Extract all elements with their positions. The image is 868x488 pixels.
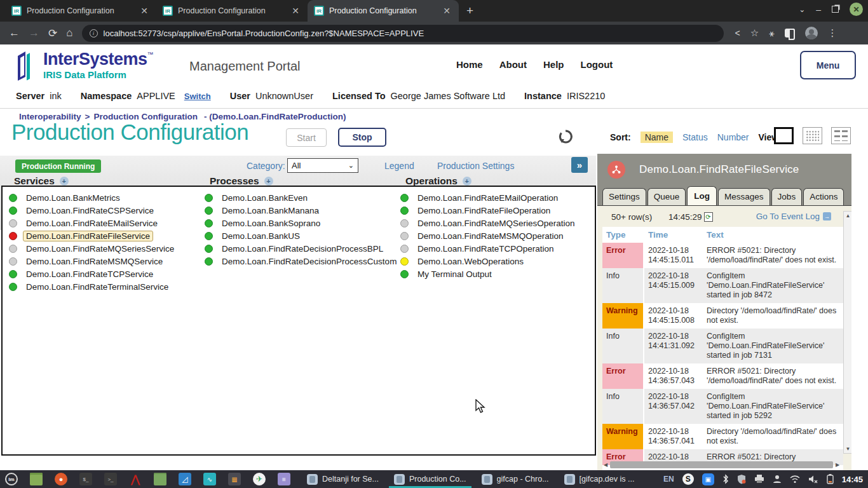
service-item[interactable]: Demo.Loan.FindRateTCPService <box>9 268 200 280</box>
detail-tab[interactable]: Log <box>687 186 717 205</box>
service-item[interactable]: Demo.Loan.BankMetrics <box>9 191 200 204</box>
browser-menu-icon[interactable]: ⋮ <box>828 27 837 39</box>
add-operation-button[interactable]: + <box>463 177 471 186</box>
tab-close-icon[interactable]: ✕ <box>290 6 301 16</box>
restore-button[interactable] <box>832 6 839 13</box>
process-item[interactable]: Demo.Loan.FindRateDecisionProcessCustom <box>205 255 395 268</box>
side-panel-icon[interactable] <box>785 29 795 37</box>
close-window-button[interactable]: ✕ <box>850 3 863 16</box>
start-button[interactable]: Start <box>286 128 327 147</box>
production-settings-link[interactable]: Production Settings <box>437 161 514 171</box>
operation-item[interactable]: Demo.Loan.FindRateTCPOperation <box>400 242 594 255</box>
printer-icon[interactable] <box>754 475 764 484</box>
add-service-button[interactable]: + <box>60 177 69 186</box>
detail-tab[interactable]: Queue <box>648 188 686 205</box>
top-nav-link[interactable]: Logout <box>581 59 613 70</box>
top-nav-link[interactable]: About <box>499 59 527 70</box>
terminal-icon-2[interactable]: >_ <box>104 473 117 485</box>
grid-view-icon[interactable] <box>803 127 822 144</box>
taskbar-window-button[interactable]: [gifcap.dev is ... <box>557 470 642 488</box>
firewall-shield-icon[interactable] <box>737 474 746 484</box>
process-item[interactable]: Demo.Loan.BankManana <box>205 204 395 217</box>
address-bar[interactable]: i localhost:52773/csp/applive/EnsPortal.… <box>82 25 724 42</box>
scroll-left-icon[interactable]: ◀ <box>602 462 609 468</box>
auto-refresh-icon[interactable]: ⟳ <box>704 212 713 222</box>
service-item[interactable]: Demo.Loan.FindRateEMailService <box>9 217 200 229</box>
log-horizontal-scrollbar[interactable]: ◀ ▶ <box>602 460 841 469</box>
service-item[interactable]: Demo.Loan.FindRateFileService <box>9 229 200 242</box>
scrollbar-thumb[interactable] <box>610 461 833 468</box>
menu-button[interactable]: Menu <box>800 51 856 79</box>
taskbar-window-button[interactable]: Deltanji for Se... <box>299 470 386 488</box>
detail-tab[interactable]: Messages <box>718 188 770 205</box>
forward-icon[interactable]: → <box>29 27 39 39</box>
taskbar-clock[interactable]: 14:45 <box>842 475 863 484</box>
switch-link[interactable]: Switch <box>184 92 211 101</box>
scroll-right-icon[interactable]: ▶ <box>834 462 841 468</box>
detail-tab[interactable]: Actions <box>803 188 844 205</box>
add-process-button[interactable]: + <box>264 177 273 186</box>
legend-link[interactable]: Legend <box>384 161 414 171</box>
bookmark-star-icon[interactable]: ☆ <box>750 27 759 39</box>
home-icon[interactable]: ⌂ <box>66 27 72 39</box>
tab-search-icon[interactable]: ⌄ <box>799 5 805 14</box>
volume-muted-icon[interactable] <box>808 475 818 484</box>
bluetooth-icon[interactable] <box>722 474 729 484</box>
service-item[interactable]: Demo.Loan.FindRateMSMQService <box>9 255 200 268</box>
user-accounts-icon[interactable] <box>773 475 782 484</box>
zoom-icon[interactable]: ▣ <box>702 473 714 485</box>
browser-tab[interactable]: IR Production Configuration ✕ <box>156 0 308 22</box>
tab-close-icon[interactable]: ✕ <box>441 6 452 16</box>
operation-item[interactable]: Demo.Loan.FindRateMQSeriesOperation <box>400 217 594 229</box>
top-nav-link[interactable]: Help <box>543 59 564 70</box>
category-select[interactable]: All ⌄ <box>287 158 358 173</box>
process-item[interactable]: Demo.Loan.FindRateDecisionProcessBPL <box>205 242 395 255</box>
files-icon[interactable] <box>154 473 166 485</box>
mint-menu-icon[interactable]: lm <box>5 473 18 485</box>
go-to-event-log-link[interactable]: Go To Event Log → <box>756 212 831 221</box>
show-desktop-icon[interactable] <box>30 473 43 485</box>
detail-tab[interactable]: Settings <box>602 188 646 205</box>
share-icon[interactable]: < <box>735 28 740 38</box>
sort-option[interactable]: Number <box>717 132 749 142</box>
sort-option[interactable]: Name <box>641 132 673 143</box>
red-app-icon[interactable]: ⋀ <box>129 473 142 485</box>
browser-tab[interactable]: IR Production Configuration ✕ <box>5 0 156 22</box>
url-text[interactable]: localhost:52773/csp/applive/EnsPortal.Pr… <box>104 29 424 38</box>
tab-close-icon[interactable]: ✕ <box>139 6 150 16</box>
service-item[interactable]: Demo.Loan.FindRateMQSeriesService <box>9 242 200 255</box>
scroll-up-icon[interactable]: ▲ <box>844 213 851 219</box>
extensions-icon[interactable]: ⚹ <box>769 28 774 39</box>
notes-icon[interactable]: ≡ <box>278 473 290 485</box>
expand-panel-button[interactable]: » <box>571 157 588 173</box>
back-icon[interactable]: ← <box>9 27 20 39</box>
audio-recorder-icon[interactable]: ∿ <box>203 473 216 485</box>
vscode-icon[interactable]: ◿ <box>179 473 191 485</box>
stop-button[interactable]: Stop <box>338 128 386 147</box>
browser-tab[interactable]: IR Production Configuration ✕ <box>308 0 459 22</box>
new-tab-button[interactable]: + <box>466 4 473 18</box>
list-view-icon[interactable] <box>774 127 794 144</box>
operation-item[interactable]: Demo.Loan.FindRateFileOperation <box>400 204 594 217</box>
operation-item[interactable]: My Terminal Output <box>400 268 594 280</box>
wifi-icon[interactable] <box>790 475 800 483</box>
operation-item[interactable]: Demo.Loan.FindRateMSMQOperation <box>400 229 594 242</box>
process-item[interactable]: Demo.Loan.BankUS <box>205 229 395 242</box>
profile-avatar[interactable] <box>805 27 818 39</box>
detail-tab[interactable]: Jobs <box>771 188 803 205</box>
battery-icon[interactable] <box>827 474 834 484</box>
calculator-icon[interactable]: ▦ <box>228 473 241 485</box>
process-item[interactable]: Demo.Loan.BankEven <box>205 191 395 204</box>
reload-icon[interactable]: ⟳ <box>48 27 57 40</box>
terminal-icon[interactable]: $_ <box>79 473 92 485</box>
sort-option[interactable]: Status <box>682 132 708 142</box>
compass-app-icon[interactable]: ✈ <box>253 473 266 485</box>
operation-item[interactable]: Demo.Loan.WebOperations <box>400 255 594 268</box>
taskbar-window-button[interactable]: Production Co... <box>386 470 474 488</box>
process-item[interactable]: Demo.Loan.BankSoprano <box>205 217 395 229</box>
site-info-icon[interactable]: i <box>90 29 98 37</box>
scroll-down-icon[interactable]: ▼ <box>844 446 851 452</box>
service-item[interactable]: Demo.Loan.FindRateTerminalService <box>9 280 200 293</box>
taskbar-window-button[interactable]: gifcap - Chro... <box>474 470 557 488</box>
skype-icon[interactable]: S <box>682 473 694 485</box>
